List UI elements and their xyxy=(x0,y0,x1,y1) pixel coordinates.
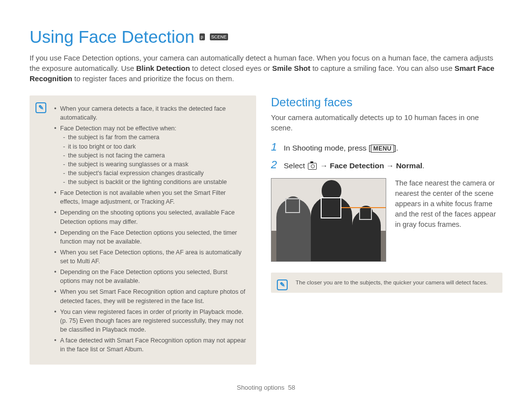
arrow: → xyxy=(318,161,330,170)
focus-frame-gray xyxy=(285,198,300,213)
note-item: Depending on the shooting options you se… xyxy=(54,208,246,226)
intro-bold-smile: Smile Shot xyxy=(272,64,310,72)
step-bold: Normal xyxy=(396,161,422,170)
note-subitem: the subject is far from the camera xyxy=(63,133,246,142)
title-text: Using Face Detection xyxy=(30,27,195,47)
step-text: Select → Face Detection → Normal. xyxy=(284,161,425,170)
footer-section: Shooting options xyxy=(237,384,285,391)
note-subitem: the subject is backlit or the lighting c… xyxy=(63,178,246,186)
illustration-caption: The face nearest the camera or nearest t… xyxy=(395,178,502,230)
note-icon: ✎ xyxy=(277,279,288,290)
note-item: Depending on the Face Detection options … xyxy=(54,268,246,285)
intro-text: to capture a smiling face. You can also … xyxy=(312,64,455,72)
camera-icon xyxy=(308,163,317,170)
note-item: Face Detection is not available when you… xyxy=(54,188,246,206)
step-text: In Shooting mode, press [MENU]. xyxy=(284,144,399,153)
mode-icon-scene: SCENE xyxy=(210,33,228,40)
arrow: → xyxy=(384,161,396,170)
note-icon: ✎ xyxy=(35,102,46,113)
intro-text: to detect closed eyes or xyxy=(192,64,272,72)
step-1: 1 In Shooting mode, press [MENU]. xyxy=(271,141,502,154)
note-item: A face detected with Smart Face Recognit… xyxy=(54,336,246,354)
intro-bold-blink: Blink Detection xyxy=(136,64,190,72)
focus-frame-gray xyxy=(359,207,372,220)
menu-button-label: MENU xyxy=(371,145,394,153)
step-number: 2 xyxy=(271,158,279,171)
note-subitem: the subject is not facing the camera xyxy=(63,151,246,160)
note-item: You can view registered faces in order o… xyxy=(54,308,246,334)
page-footer: Shooting options 58 xyxy=(0,384,532,391)
note-item: When you set Smart Face Recognition opti… xyxy=(54,287,246,305)
tip-text: The closer you are to the subjects, the … xyxy=(296,279,488,285)
step-text-part: ]. xyxy=(394,144,399,152)
intro-paragraph: If you use Face Detection options, your … xyxy=(30,53,502,84)
note-subitem: the subject is wearing sunglasses or a m… xyxy=(63,160,246,169)
note-subitem: it is too bright or too dark xyxy=(63,142,246,151)
step-bold: Face Detection xyxy=(330,161,384,170)
mode-icon-p: p xyxy=(200,33,205,40)
note-box-tip: ✎ The closer you are to the subjects, th… xyxy=(271,273,502,293)
focus-frame-white xyxy=(321,197,341,218)
note-box-main: ✎ When your camera detects a face, it tr… xyxy=(30,95,256,365)
footer-page-number: 58 xyxy=(288,384,295,391)
intro-text: to register faces and prioritize the foc… xyxy=(74,74,234,83)
note-item: Face Detection may not be effective when… xyxy=(54,124,246,186)
note-item: Depending on the Face Detection options … xyxy=(54,228,246,246)
note-subitem: the subject's facial expression changes … xyxy=(63,169,246,178)
step-number: 1 xyxy=(271,141,279,154)
note-item: When your camera detects a face, it trac… xyxy=(54,104,246,122)
page-title: Using Face Detection p SCENE xyxy=(30,27,502,47)
leader-line xyxy=(341,207,386,208)
step-text-part: Select xyxy=(284,161,307,170)
step-text-part: . xyxy=(422,161,424,170)
illustration-face-detection xyxy=(271,178,386,262)
step-2: 2 Select → Face Detection → Normal. xyxy=(271,158,502,171)
note-item: When you set Face Detection options, the… xyxy=(54,248,246,266)
step-text-part: In Shooting mode, press [ xyxy=(284,144,371,152)
section-desc: Your camera automatically detects up to … xyxy=(271,112,502,133)
note-item-text: Face Detection may not be effective when… xyxy=(60,125,176,132)
section-title: Detecting faces xyxy=(271,95,502,109)
